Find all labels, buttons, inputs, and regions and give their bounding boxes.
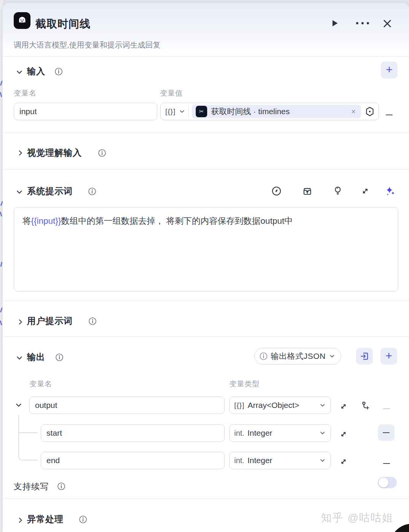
output-col-type: 变量类型 [229,379,260,389]
ai-optimize-sparkle-icon[interactable] [384,185,396,197]
continuation-label: 支持续写 [14,481,49,492]
prompt-variable-token: {{input}} [31,216,61,226]
node-subtitle: 调用大语言模型,使用变量和提示词生成回复 [14,40,161,50]
separator [189,106,189,117]
input-section-title: 输入 [27,65,45,77]
error-section-title: 异常处理 [27,513,64,525]
explore-prompts-button[interactable] [271,186,282,196]
add-child-field-icon[interactable] [360,400,371,411]
expand-end-row-icon[interactable] [339,457,348,466]
system-prompt-info-icon[interactable] [88,187,96,196]
system-prompt-title: 系统提示词 [27,185,73,197]
object-type-glyph: [{}] [234,401,244,409]
prompt-text: 将 [22,216,31,226]
input-name-value: input [19,107,37,116]
remove-end-row-icon[interactable] [382,459,391,468]
start-name-value: start [46,428,62,438]
expand-output-row-icon[interactable] [339,402,348,411]
vision-section-title: 视觉理解输入 [27,147,82,159]
input-col-value: 变量值 [160,88,183,98]
output-info-icon[interactable] [55,353,64,362]
system-prompt-collapse[interactable] [15,188,24,196]
expand-start-row-icon[interactable] [339,430,348,439]
output-name-field[interactable]: output [29,397,225,414]
llm-node-icon [14,12,30,29]
toggle-knob [379,478,388,487]
input-section-collapse[interactable] [15,68,24,76]
end-name-value: end [46,456,60,465]
tree-connector [18,443,38,460]
chevron-down-icon [319,402,326,409]
node-hexagon-icon[interactable] [364,106,375,117]
plus-icon: + [385,350,392,362]
output-row-collapse[interactable] [14,401,23,409]
import-output-button[interactable] [356,348,373,365]
llm-node-config-panel: 截取时间线 调用大语言模型,使用变量和提示词生成回复 输入 + 变量名 变量值 … [3,3,409,532]
add-input-button[interactable]: + [381,62,398,78]
int-type-glyph: int. [234,456,244,465]
start-type-select[interactable]: int. Integer [229,424,331,442]
chevron-down-icon[interactable] [179,108,185,115]
start-name-field[interactable]: start [41,424,225,442]
output-type-select[interactable]: [{}] Array<Object> [229,397,331,414]
input-col-name: 变量名 [14,88,37,98]
start-type-value: Integer [248,428,319,438]
end-type-select[interactable]: int. Integer [229,452,331,469]
run-button[interactable] [329,18,339,28]
tree-connector [18,415,19,444]
input-name-field[interactable]: input [14,103,157,120]
more-menu-button[interactable] [354,18,371,28]
vision-section-expand[interactable] [16,149,25,157]
remove-start-row-button[interactable] [378,424,395,441]
output-section-collapse[interactable] [15,354,24,362]
continuation-info-icon[interactable] [57,482,66,491]
optimize-tip-icon[interactable] [332,185,343,196]
error-info-icon[interactable] [79,515,87,524]
remove-input-row-button[interactable] [385,110,394,119]
watermark: 知乎 @咕咕姐 [321,511,393,525]
expand-editor-icon[interactable] [360,186,370,196]
user-prompt-expand[interactable] [16,318,25,326]
reference-label: 获取时间线 · timelines [211,106,350,117]
error-section-expand[interactable] [16,516,25,524]
tree-connector [19,432,38,433]
user-prompt-info-icon[interactable] [88,317,97,325]
prompt-text: 数组中的第一组数据去掉， 将剩下的内容保存到数据output中 [61,216,293,226]
prompt-library-icon[interactable] [302,186,313,196]
remove-output-row-icon[interactable] [382,404,391,413]
close-button[interactable] [382,18,393,29]
format-info-icon [259,352,268,360]
input-info-icon[interactable] [54,67,63,76]
output-format-label: 输出格式JSON [271,351,326,362]
output-type-value: Array<Object> [248,401,319,410]
node-title: 截取时间线 [35,17,91,31]
end-name-field[interactable]: end [41,452,225,469]
chevron-down-icon [329,353,336,360]
end-type-value: Integer [248,456,319,465]
output-format-dropdown[interactable]: 输出格式JSON [254,348,341,365]
int-type-glyph: int. [234,429,244,438]
variable-reference-tag[interactable]: ✂ 获取时间线 · timelines × [192,105,361,118]
continuation-toggle[interactable] [378,477,397,488]
system-prompt-editor[interactable]: 将{{input}}数组中的第一组数据去掉， 将剩下的内容保存到数据output… [14,207,398,291]
input-value-control[interactable]: [{}] ✂ 获取时间线 · timelines × [160,103,379,120]
user-prompt-title: 用户提示词 [27,315,73,327]
add-output-button[interactable]: + [380,348,397,365]
remove-reference-icon[interactable]: × [350,107,357,116]
reference-type-glyph: [{}] [165,107,176,116]
timeline-node-icon: ✂ [196,106,207,117]
plus-icon: + [386,64,393,75]
vision-info-icon[interactable] [98,149,106,157]
output-name-value: output [35,401,57,410]
output-col-name: 变量名 [29,379,52,389]
chevron-down-icon [319,430,326,436]
output-section-title: 输出 [27,351,45,363]
chevron-down-icon [319,457,326,464]
